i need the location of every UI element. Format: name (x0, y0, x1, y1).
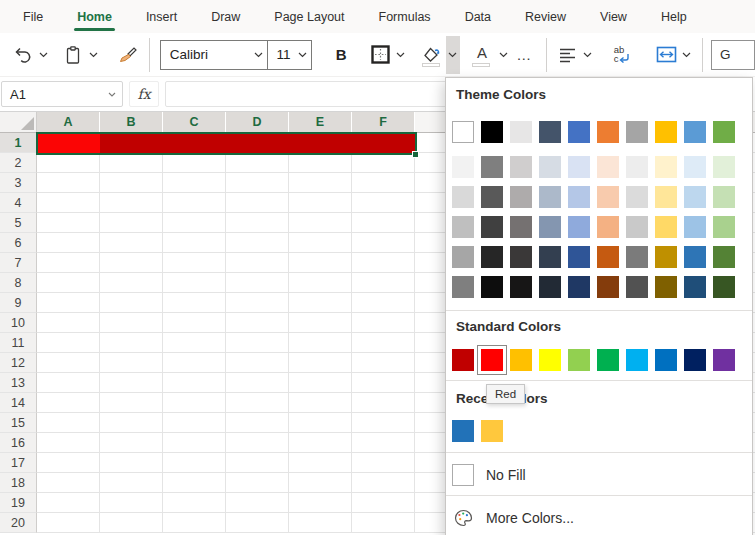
theme-color-swatch-C9C9C9[interactable] (626, 216, 648, 238)
cell-C18[interactable] (163, 473, 226, 493)
cell-A18[interactable] (37, 473, 100, 493)
theme-color-swatch-7B7B7B[interactable] (626, 246, 648, 268)
cell-A6[interactable] (37, 233, 100, 253)
theme-color-swatch-333F50[interactable] (539, 246, 561, 268)
cell-E9[interactable] (289, 293, 352, 313)
menu-item-view[interactable]: View (583, 0, 644, 33)
cell-A17[interactable] (37, 453, 100, 473)
cell-A16[interactable] (37, 433, 100, 453)
menu-item-review[interactable]: Review (508, 0, 583, 33)
theme-color-swatch-70AD47[interactable] (713, 121, 735, 143)
paste-dropdown-chevron[interactable] (86, 38, 100, 72)
theme-color-swatch-D6DCE4[interactable] (539, 156, 561, 178)
theme-color-swatch-D9D9D9[interactable] (452, 186, 474, 208)
cell-B10[interactable] (100, 313, 163, 333)
standard-color-swatch-yellow[interactable] (539, 349, 561, 371)
select-all-corner[interactable] (0, 112, 37, 132)
row-header-11[interactable]: 11 (0, 333, 37, 353)
no-fill-option[interactable]: No Fill (446, 463, 752, 487)
cell-B3[interactable] (100, 173, 163, 193)
cell-E16[interactable] (289, 433, 352, 453)
cell-A4[interactable] (37, 193, 100, 213)
cell-E20[interactable] (289, 513, 352, 533)
row-header-18[interactable]: 18 (0, 473, 37, 493)
selection-fill-handle[interactable] (412, 151, 419, 158)
bold-button[interactable]: B (328, 38, 354, 72)
recent-color-swatch-FFC83D[interactable] (481, 420, 503, 442)
cell-F4[interactable] (352, 193, 415, 213)
cell-B18[interactable] (100, 473, 163, 493)
cell-F3[interactable] (352, 173, 415, 193)
theme-color-swatch-404040[interactable] (481, 216, 503, 238)
theme-color-swatch-843C0C[interactable] (597, 276, 619, 298)
cell-C3[interactable] (163, 173, 226, 193)
cell-F18[interactable] (352, 473, 415, 493)
cell-E5[interactable] (289, 213, 352, 233)
cell-D17[interactable] (226, 453, 289, 473)
theme-color-swatch-7F7F7F[interactable] (452, 276, 474, 298)
standard-color-swatch-purple[interactable] (713, 349, 735, 371)
menu-item-help[interactable]: Help (644, 0, 704, 33)
cell-E6[interactable] (289, 233, 352, 253)
fill-color-button[interactable] (418, 38, 446, 72)
cell-D16[interactable] (226, 433, 289, 453)
wrap-text-button[interactable]: ab c (611, 38, 639, 72)
cell-B8[interactable] (100, 273, 163, 293)
theme-color-swatch-ACB9CA[interactable] (539, 186, 561, 208)
column-header-D[interactable]: D (226, 112, 289, 132)
theme-color-swatch-EDEDED[interactable] (626, 156, 648, 178)
cell-E13[interactable] (289, 373, 352, 393)
cell-D13[interactable] (226, 373, 289, 393)
row-header-20[interactable]: 20 (0, 513, 37, 533)
cell-A11[interactable] (37, 333, 100, 353)
row-header-19[interactable]: 19 (0, 493, 37, 513)
cell-D14[interactable] (226, 393, 289, 413)
cell-C15[interactable] (163, 413, 226, 433)
theme-color-swatch-2E75B6[interactable] (684, 246, 706, 268)
cell-F13[interactable] (352, 373, 415, 393)
cell-C16[interactable] (163, 433, 226, 453)
cell-C4[interactable] (163, 193, 226, 213)
theme-color-swatch-FFC000[interactable] (655, 121, 677, 143)
fill-color-dropdown-chevron[interactable] (446, 36, 460, 74)
cell-B16[interactable] (100, 433, 163, 453)
theme-color-swatch-FFE699[interactable] (655, 186, 677, 208)
cell-A5[interactable] (37, 213, 100, 233)
font-size-select[interactable]: 11 (268, 40, 312, 70)
cell-C2[interactable] (163, 153, 226, 173)
menu-item-file[interactable]: File (6, 0, 60, 33)
borders-button[interactable] (368, 38, 393, 72)
row-header-6[interactable]: 6 (0, 233, 37, 253)
theme-color-swatch-AEABAB[interactable] (510, 186, 532, 208)
cell-D4[interactable] (226, 193, 289, 213)
cell-F15[interactable] (352, 413, 415, 433)
theme-color-swatch-DEEBF7[interactable] (684, 156, 706, 178)
theme-color-swatch-E2F0D9[interactable] (713, 156, 735, 178)
theme-color-swatch-1F4E79[interactable] (684, 276, 706, 298)
standard-color-swatch-dark-blue[interactable] (684, 349, 706, 371)
borders-dropdown-chevron[interactable] (393, 38, 407, 72)
theme-color-swatch-262626[interactable] (481, 246, 503, 268)
cell-F20[interactable] (352, 513, 415, 533)
column-header-F[interactable]: F (352, 112, 415, 132)
cell-C8[interactable] (163, 273, 226, 293)
cell-D12[interactable] (226, 353, 289, 373)
theme-color-swatch-BDD7EE[interactable] (684, 186, 706, 208)
column-header-E[interactable]: E (289, 112, 352, 132)
cell-E17[interactable] (289, 453, 352, 473)
cell-A3[interactable] (37, 173, 100, 193)
cell-B1[interactable] (100, 133, 163, 153)
theme-color-swatch-F8CBAD[interactable] (597, 186, 619, 208)
theme-color-swatch-B4C7E7[interactable] (568, 186, 590, 208)
cell-F17[interactable] (352, 453, 415, 473)
undo-button[interactable] (10, 38, 36, 72)
theme-color-swatch-222A35[interactable] (539, 276, 561, 298)
theme-color-swatch-2F5597[interactable] (568, 246, 590, 268)
theme-color-swatch-E7E6E6[interactable] (510, 121, 532, 143)
cell-A10[interactable] (37, 313, 100, 333)
theme-color-swatch-A6A6A6[interactable] (452, 246, 474, 268)
theme-color-swatch-C5E0B4[interactable] (713, 186, 735, 208)
cell-E7[interactable] (289, 253, 352, 273)
cell-B11[interactable] (100, 333, 163, 353)
cell-E11[interactable] (289, 333, 352, 353)
